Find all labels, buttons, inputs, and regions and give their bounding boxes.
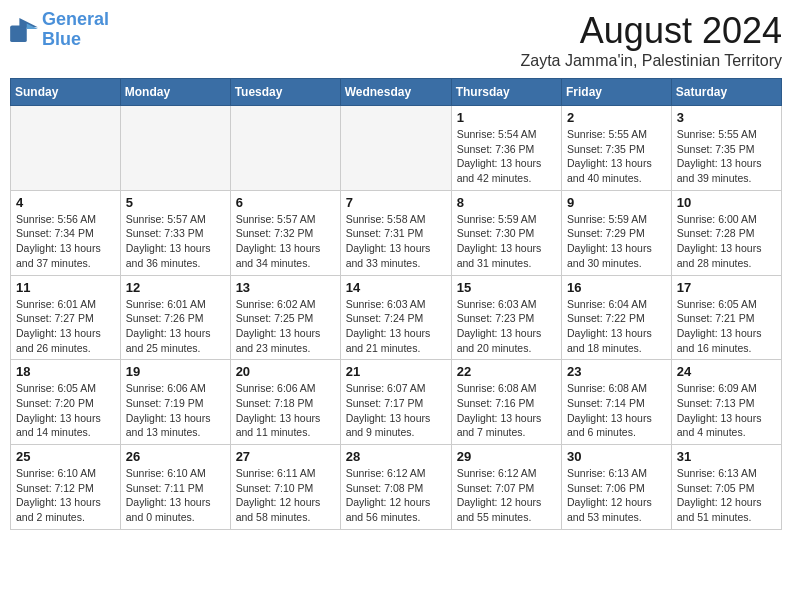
day-number: 21 (346, 364, 446, 379)
weekday-header-row: SundayMondayTuesdayWednesdayThursdayFrid… (11, 79, 782, 106)
day-number: 25 (16, 449, 115, 464)
day-info: Sunrise: 6:05 AM Sunset: 7:20 PM Dayligh… (16, 381, 115, 440)
weekday-header: Saturday (671, 79, 781, 106)
day-number: 13 (236, 280, 335, 295)
calendar-week-row: 18Sunrise: 6:05 AM Sunset: 7:20 PM Dayli… (11, 360, 782, 445)
logo-text: General Blue (42, 10, 109, 50)
logo: General Blue (10, 10, 109, 50)
day-number: 7 (346, 195, 446, 210)
weekday-header: Monday (120, 79, 230, 106)
day-number: 27 (236, 449, 335, 464)
day-number: 20 (236, 364, 335, 379)
day-number: 9 (567, 195, 666, 210)
day-number: 10 (677, 195, 776, 210)
calendar-cell: 13Sunrise: 6:02 AM Sunset: 7:25 PM Dayli… (230, 275, 340, 360)
calendar-table: SundayMondayTuesdayWednesdayThursdayFrid… (10, 78, 782, 530)
day-info: Sunrise: 6:12 AM Sunset: 7:08 PM Dayligh… (346, 466, 446, 525)
day-info: Sunrise: 6:09 AM Sunset: 7:13 PM Dayligh… (677, 381, 776, 440)
calendar-cell: 10Sunrise: 6:00 AM Sunset: 7:28 PM Dayli… (671, 190, 781, 275)
day-number: 16 (567, 280, 666, 295)
calendar-cell: 8Sunrise: 5:59 AM Sunset: 7:30 PM Daylig… (451, 190, 561, 275)
day-number: 29 (457, 449, 556, 464)
main-title: August 2024 (520, 10, 782, 52)
day-info: Sunrise: 6:05 AM Sunset: 7:21 PM Dayligh… (677, 297, 776, 356)
calendar-cell: 29Sunrise: 6:12 AM Sunset: 7:07 PM Dayli… (451, 445, 561, 530)
calendar-cell: 18Sunrise: 6:05 AM Sunset: 7:20 PM Dayli… (11, 360, 121, 445)
day-info: Sunrise: 6:03 AM Sunset: 7:23 PM Dayligh… (457, 297, 556, 356)
weekday-header: Sunday (11, 79, 121, 106)
day-info: Sunrise: 6:00 AM Sunset: 7:28 PM Dayligh… (677, 212, 776, 271)
day-info: Sunrise: 5:54 AM Sunset: 7:36 PM Dayligh… (457, 127, 556, 186)
day-number: 12 (126, 280, 225, 295)
calendar-cell: 25Sunrise: 6:10 AM Sunset: 7:12 PM Dayli… (11, 445, 121, 530)
calendar-cell (230, 106, 340, 191)
calendar-cell: 20Sunrise: 6:06 AM Sunset: 7:18 PM Dayli… (230, 360, 340, 445)
calendar-cell: 19Sunrise: 6:06 AM Sunset: 7:19 PM Dayli… (120, 360, 230, 445)
calendar-cell: 21Sunrise: 6:07 AM Sunset: 7:17 PM Dayli… (340, 360, 451, 445)
day-number: 1 (457, 110, 556, 125)
day-number: 5 (126, 195, 225, 210)
day-info: Sunrise: 6:06 AM Sunset: 7:18 PM Dayligh… (236, 381, 335, 440)
day-info: Sunrise: 6:08 AM Sunset: 7:16 PM Dayligh… (457, 381, 556, 440)
day-number: 4 (16, 195, 115, 210)
calendar-cell: 24Sunrise: 6:09 AM Sunset: 7:13 PM Dayli… (671, 360, 781, 445)
day-info: Sunrise: 5:57 AM Sunset: 7:33 PM Dayligh… (126, 212, 225, 271)
day-info: Sunrise: 6:10 AM Sunset: 7:12 PM Dayligh… (16, 466, 115, 525)
day-number: 24 (677, 364, 776, 379)
day-info: Sunrise: 6:11 AM Sunset: 7:10 PM Dayligh… (236, 466, 335, 525)
calendar-cell: 14Sunrise: 6:03 AM Sunset: 7:24 PM Dayli… (340, 275, 451, 360)
day-number: 15 (457, 280, 556, 295)
title-section: August 2024 Zayta Jamma'in, Palestinian … (520, 10, 782, 70)
calendar-cell: 9Sunrise: 5:59 AM Sunset: 7:29 PM Daylig… (562, 190, 672, 275)
calendar-cell: 3Sunrise: 5:55 AM Sunset: 7:35 PM Daylig… (671, 106, 781, 191)
day-info: Sunrise: 5:55 AM Sunset: 7:35 PM Dayligh… (567, 127, 666, 186)
calendar-cell: 31Sunrise: 6:13 AM Sunset: 7:05 PM Dayli… (671, 445, 781, 530)
calendar-cell: 15Sunrise: 6:03 AM Sunset: 7:23 PM Dayli… (451, 275, 561, 360)
day-info: Sunrise: 6:12 AM Sunset: 7:07 PM Dayligh… (457, 466, 556, 525)
calendar-cell: 1Sunrise: 5:54 AM Sunset: 7:36 PM Daylig… (451, 106, 561, 191)
calendar-cell: 6Sunrise: 5:57 AM Sunset: 7:32 PM Daylig… (230, 190, 340, 275)
day-number: 17 (677, 280, 776, 295)
day-info: Sunrise: 6:13 AM Sunset: 7:06 PM Dayligh… (567, 466, 666, 525)
calendar-cell: 5Sunrise: 5:57 AM Sunset: 7:33 PM Daylig… (120, 190, 230, 275)
day-info: Sunrise: 5:59 AM Sunset: 7:30 PM Dayligh… (457, 212, 556, 271)
day-number: 6 (236, 195, 335, 210)
day-info: Sunrise: 6:04 AM Sunset: 7:22 PM Dayligh… (567, 297, 666, 356)
header: General Blue August 2024 Zayta Jamma'in,… (10, 10, 782, 70)
svg-rect-0 (10, 25, 27, 42)
day-info: Sunrise: 5:58 AM Sunset: 7:31 PM Dayligh… (346, 212, 446, 271)
calendar-cell: 2Sunrise: 5:55 AM Sunset: 7:35 PM Daylig… (562, 106, 672, 191)
day-number: 23 (567, 364, 666, 379)
subtitle: Zayta Jamma'in, Palestinian Territory (520, 52, 782, 70)
day-info: Sunrise: 6:03 AM Sunset: 7:24 PM Dayligh… (346, 297, 446, 356)
calendar-cell (11, 106, 121, 191)
calendar-cell: 26Sunrise: 6:10 AM Sunset: 7:11 PM Dayli… (120, 445, 230, 530)
day-info: Sunrise: 6:10 AM Sunset: 7:11 PM Dayligh… (126, 466, 225, 525)
day-number: 26 (126, 449, 225, 464)
day-number: 3 (677, 110, 776, 125)
weekday-header: Friday (562, 79, 672, 106)
calendar-cell: 12Sunrise: 6:01 AM Sunset: 7:26 PM Dayli… (120, 275, 230, 360)
calendar-cell: 27Sunrise: 6:11 AM Sunset: 7:10 PM Dayli… (230, 445, 340, 530)
day-info: Sunrise: 6:01 AM Sunset: 7:27 PM Dayligh… (16, 297, 115, 356)
day-info: Sunrise: 6:08 AM Sunset: 7:14 PM Dayligh… (567, 381, 666, 440)
weekday-header: Wednesday (340, 79, 451, 106)
day-info: Sunrise: 6:06 AM Sunset: 7:19 PM Dayligh… (126, 381, 225, 440)
day-info: Sunrise: 5:57 AM Sunset: 7:32 PM Dayligh… (236, 212, 335, 271)
day-number: 19 (126, 364, 225, 379)
day-number: 18 (16, 364, 115, 379)
day-info: Sunrise: 6:07 AM Sunset: 7:17 PM Dayligh… (346, 381, 446, 440)
calendar-cell: 4Sunrise: 5:56 AM Sunset: 7:34 PM Daylig… (11, 190, 121, 275)
weekday-header: Tuesday (230, 79, 340, 106)
day-number: 11 (16, 280, 115, 295)
calendar-cell (120, 106, 230, 191)
calendar-cell: 30Sunrise: 6:13 AM Sunset: 7:06 PM Dayli… (562, 445, 672, 530)
calendar-week-row: 4Sunrise: 5:56 AM Sunset: 7:34 PM Daylig… (11, 190, 782, 275)
calendar-cell: 17Sunrise: 6:05 AM Sunset: 7:21 PM Dayli… (671, 275, 781, 360)
svg-marker-2 (27, 23, 38, 29)
calendar-cell: 16Sunrise: 6:04 AM Sunset: 7:22 PM Dayli… (562, 275, 672, 360)
day-info: Sunrise: 6:13 AM Sunset: 7:05 PM Dayligh… (677, 466, 776, 525)
weekday-header: Thursday (451, 79, 561, 106)
day-number: 8 (457, 195, 556, 210)
calendar-week-row: 1Sunrise: 5:54 AM Sunset: 7:36 PM Daylig… (11, 106, 782, 191)
